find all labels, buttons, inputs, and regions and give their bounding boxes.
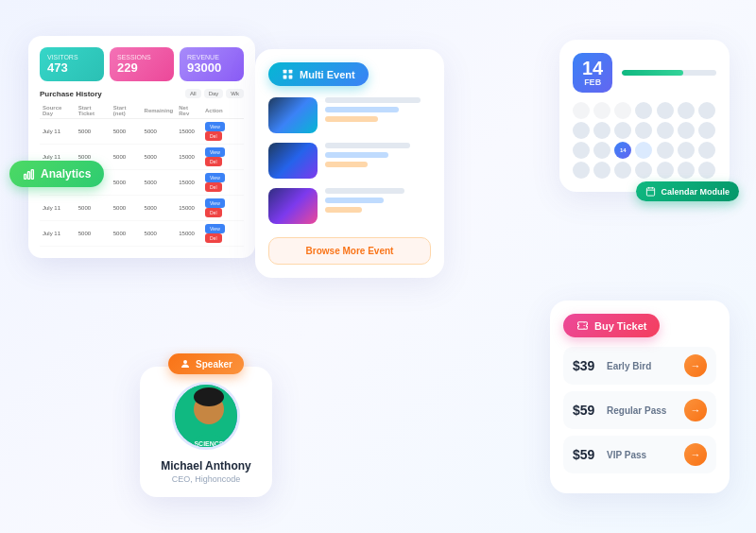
view-btn[interactable]: View bbox=[205, 122, 225, 131]
col-start-net: Start (net) bbox=[111, 103, 142, 119]
chart-icon bbox=[23, 168, 35, 181]
speaker-avatar: SCIENCE bbox=[172, 382, 240, 450]
ticket-name-1: Early Bird bbox=[607, 361, 677, 371]
ticket-price-3: $59 bbox=[573, 447, 599, 462]
calendar-month: FEB bbox=[582, 77, 603, 87]
view-btn[interactable]: View bbox=[205, 147, 225, 157]
del-btn[interactable]: Del bbox=[205, 233, 222, 243]
buy-ticket-badge: Buy Ticket bbox=[563, 314, 660, 337]
stat-revenue-value: 93000 bbox=[187, 60, 236, 75]
col-start: Start Ticket bbox=[76, 103, 111, 119]
cal-day bbox=[657, 142, 674, 159]
ticket-name-2: Regular Pass bbox=[607, 405, 677, 416]
browse-more-button[interactable]: Browse More Event bbox=[268, 237, 431, 265]
svg-rect-2 bbox=[31, 169, 33, 179]
calendar-card: 14 FEB 14 bbox=[559, 40, 730, 192]
del-btn[interactable]: Del bbox=[205, 131, 222, 141]
ticket-arrow-1[interactable]: → bbox=[684, 354, 707, 377]
filter-week[interactable]: Wk bbox=[226, 89, 244, 98]
cal-day bbox=[635, 122, 652, 139]
ticket-icon bbox=[576, 319, 589, 332]
ticket-arrow-3[interactable]: → bbox=[684, 443, 707, 466]
cal-day bbox=[657, 162, 674, 179]
cal-day bbox=[698, 162, 715, 179]
col-action: Action bbox=[202, 103, 244, 119]
stat-revenue: REVENUE 93000 bbox=[180, 47, 244, 81]
analytics-stats: VISITORS 473 SESSIONS 229 REVENUE 93000 bbox=[40, 47, 244, 81]
multi-event-badge: Multi Event bbox=[268, 62, 369, 86]
speaker-title: CEO, Highoncode bbox=[153, 474, 259, 484]
calendar-badge-label: Calendar Module bbox=[661, 187, 730, 197]
view-btn[interactable]: View bbox=[205, 198, 225, 208]
ticket-regular-pass: $59 Regular Pass → bbox=[563, 391, 716, 429]
view-btn[interactable]: View bbox=[205, 224, 225, 233]
calendar-grid: 14 bbox=[573, 102, 716, 179]
event-line bbox=[325, 107, 399, 112]
event-lines-2 bbox=[325, 143, 431, 171]
event-item-1 bbox=[268, 97, 431, 133]
event-item-2 bbox=[268, 143, 431, 179]
calendar-icon bbox=[645, 186, 656, 197]
grid-icon bbox=[282, 68, 294, 80]
speaker-badge: Speaker bbox=[168, 353, 244, 374]
event-line bbox=[325, 207, 362, 213]
filter-all[interactable]: All bbox=[185, 89, 201, 98]
stat-revenue-label: REVENUE bbox=[187, 54, 236, 60]
cal-day bbox=[657, 102, 674, 119]
col-date: Source Day bbox=[40, 103, 76, 119]
table-filters: All Day Wk bbox=[185, 89, 244, 98]
del-btn[interactable]: Del bbox=[205, 157, 222, 166]
analytics-badge: Analytics bbox=[9, 161, 104, 187]
cal-day bbox=[698, 122, 715, 139]
cal-day bbox=[614, 162, 631, 179]
ticket-price-2: $59 bbox=[573, 403, 599, 418]
event-line bbox=[325, 152, 388, 158]
calendar-badge: Calendar Module bbox=[636, 181, 739, 201]
cal-day bbox=[635, 102, 652, 119]
cal-day bbox=[698, 142, 715, 159]
svg-rect-12 bbox=[647, 188, 655, 196]
calendar-progress-fill bbox=[622, 70, 683, 76]
svg-rect-0 bbox=[25, 174, 26, 179]
svg-point-6 bbox=[194, 387, 224, 406]
cal-day bbox=[698, 102, 715, 119]
stat-visitors-value: 473 bbox=[47, 60, 96, 75]
avatar-figure: SCIENCE bbox=[175, 385, 240, 450]
buy-ticket-card: Buy Ticket $39 Early Bird → $59 Regular … bbox=[550, 301, 730, 493]
speaker-name: Michael Anthony bbox=[153, 459, 259, 473]
multi-event-badge-label: Multi Event bbox=[300, 69, 355, 80]
event-lines-1 bbox=[325, 97, 431, 126]
cal-day-active: 14 bbox=[614, 142, 631, 159]
event-line bbox=[325, 162, 368, 167]
del-btn[interactable]: Del bbox=[205, 182, 222, 192]
cal-empty bbox=[614, 102, 631, 119]
event-item-3 bbox=[268, 188, 431, 224]
speaker-icon bbox=[180, 358, 191, 370]
table-title: Purchase History bbox=[40, 90, 102, 98]
filter-day[interactable]: Day bbox=[204, 89, 224, 98]
analytics-card: VISITORS 473 SESSIONS 229 REVENUE 93000 … bbox=[28, 36, 255, 258]
stat-sessions: SESSIONS 229 bbox=[110, 47, 174, 81]
cal-day bbox=[614, 122, 631, 139]
col-remaining: Remaining bbox=[142, 103, 177, 119]
cal-day bbox=[573, 142, 590, 159]
cal-day bbox=[678, 122, 695, 139]
ticket-price-1: $39 bbox=[573, 358, 599, 373]
cal-day bbox=[678, 102, 695, 119]
table-row: July 1150005000500015000 View Del bbox=[40, 221, 244, 247]
cal-day bbox=[678, 142, 695, 159]
calendar-header: 14 FEB bbox=[573, 53, 716, 93]
ticket-name-3: VIP Pass bbox=[607, 450, 677, 460]
cal-day bbox=[657, 122, 674, 139]
svg-rect-1 bbox=[27, 171, 29, 179]
ticket-arrow-2[interactable]: → bbox=[684, 399, 707, 421]
view-btn[interactable]: View bbox=[205, 173, 225, 182]
cal-day bbox=[593, 122, 610, 139]
event-lines-3 bbox=[325, 188, 431, 216]
buy-ticket-badge-label: Buy Ticket bbox=[594, 320, 646, 332]
event-thumb-2 bbox=[268, 143, 318, 179]
cal-empty bbox=[593, 102, 610, 119]
del-btn[interactable]: Del bbox=[205, 208, 222, 217]
stat-sessions-label: SESSIONS bbox=[117, 54, 166, 60]
stat-sessions-value: 229 bbox=[117, 60, 166, 75]
